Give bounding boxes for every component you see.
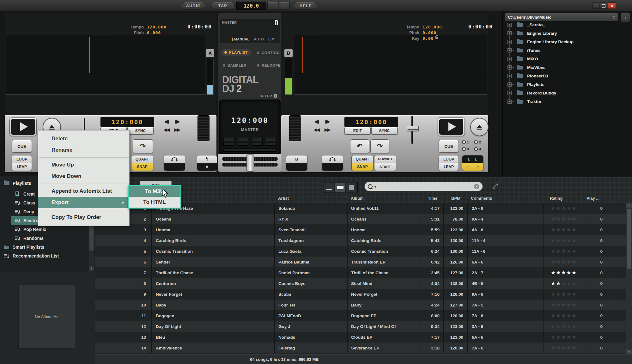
star-icon[interactable]: ★ (551, 259, 556, 265)
hotcue-pad[interactable]: 4 (474, 147, 486, 151)
search-input[interactable] (378, 184, 473, 189)
star-icon[interactable]: ★ (562, 238, 567, 243)
table-scrollbar[interactable]: ▲ ▼ (626, 203, 632, 355)
expand-icon[interactable]: + (507, 40, 512, 44)
tab-control[interactable]: CONTROL (257, 51, 281, 55)
seek-back-button[interactable]: ◀◀ (311, 125, 322, 134)
playlists-root[interactable]: Playlists (4, 181, 31, 186)
playlist-item[interactable]: Randoms (0, 234, 89, 243)
star-icon[interactable]: ★ (551, 345, 556, 351)
close-button[interactable]: ✕ (608, 3, 616, 9)
star-icon[interactable]: ★ (551, 302, 556, 308)
minimize-button[interactable] (592, 3, 599, 9)
folder-item[interactable]: + MixVibes (503, 63, 632, 72)
deck-b-edit-button[interactable]: EDIT (344, 127, 371, 135)
expand-icon[interactable]: + (507, 82, 512, 87)
star-icon[interactable]: ★ (572, 227, 577, 233)
star-icon[interactable]: ★ (562, 324, 567, 329)
star-icon[interactable]: ★ (572, 324, 577, 329)
star-icon[interactable]: ★ (551, 313, 556, 318)
star-icon[interactable]: ★ (562, 205, 567, 211)
deck-a-volume-fader[interactable] (198, 115, 210, 141)
deck-b-eject-button[interactable] (470, 118, 489, 136)
seek-forward-button[interactable]: ▶▶ (322, 125, 333, 134)
folder-item[interactable]: + Playlists (503, 80, 632, 89)
star-icon[interactable]: ★ (567, 205, 572, 211)
star-icon[interactable]: ★ (567, 334, 572, 340)
deck-b-play-button[interactable] (438, 117, 465, 136)
star-icon[interactable]: ★ (556, 259, 561, 265)
star-icon[interactable]: ★ (562, 345, 567, 351)
star-icon[interactable]: ★ (551, 248, 556, 254)
crossfader-handle[interactable] (246, 155, 254, 172)
audio-button[interactable]: AUDIO (182, 2, 205, 10)
master-volume-handle[interactable] (275, 20, 278, 25)
star-icon[interactable]: ★ (556, 291, 561, 297)
star-icon[interactable]: ★ (556, 345, 561, 351)
star-icon[interactable]: ★ (572, 281, 577, 286)
deck-b-waveform[interactable] (295, 35, 487, 94)
folder-item[interactable]: + _Serato_ (503, 21, 632, 29)
maximize-browser-button[interactable] (492, 183, 499, 190)
star-icon[interactable]: ★ (551, 227, 556, 233)
track-row[interactable]: 11 Bogogan PALMFooD Bogogan EP 8:00 120.… (95, 310, 632, 321)
deck-a-loop-leap-button[interactable]: LOOP LEAP (12, 155, 32, 171)
star-icon[interactable]: ★ (572, 334, 577, 340)
star-icon[interactable]: ★ (567, 227, 572, 233)
star-icon[interactable]: ★ (567, 313, 572, 318)
tap-button[interactable]: TAP (211, 2, 234, 10)
deck-a-headphone-button[interactable] (164, 155, 185, 171)
track-row[interactable]: 4 Catching Birds Trashlagoon Catching Bi… (95, 235, 632, 246)
menu-item[interactable]: Move Down ► (38, 171, 129, 182)
star-icon[interactable]: ★ (572, 216, 577, 222)
star-icon[interactable]: ★ (572, 205, 577, 211)
expand-icon[interactable]: + (507, 100, 512, 104)
deck-a-waveform[interactable] (6, 35, 205, 94)
deck-b-pitch-handle[interactable] (407, 126, 419, 131)
track-row[interactable]: 5 Cosmic Transition Luca Gaeta Cosmic Tr… (95, 246, 632, 257)
track-row[interactable]: 8 Centurion Cosmic Boys Steal Mind 4:04 … (95, 278, 632, 289)
expand-icon[interactable]: + (507, 48, 512, 52)
star-icon[interactable]: ★ (562, 291, 567, 297)
star-icon[interactable]: ★ (556, 281, 561, 286)
star-icon[interactable]: ★ (572, 248, 577, 254)
folder-item[interactable]: + MIXO (503, 55, 632, 63)
star-icon[interactable]: ★ (572, 345, 577, 351)
star-icon[interactable]: ★ (551, 334, 556, 340)
header-play-count[interactable]: Play ... (585, 196, 608, 201)
star-icon[interactable]: ★ (556, 270, 561, 276)
bpm-decrease-button[interactable]: − (267, 2, 278, 10)
star-icon[interactable]: ★ (551, 270, 556, 276)
star-icon[interactable]: ★ (562, 216, 567, 222)
view-list-button[interactable] (324, 183, 334, 192)
scroll-down-icon[interactable]: ▼ (89, 266, 94, 271)
star-icon[interactable]: ★ (562, 270, 567, 276)
star-icon[interactable]: ★ (551, 281, 556, 286)
playlist-item[interactable]: Pop Remix (0, 225, 89, 234)
deck-a-play-button[interactable] (9, 117, 37, 136)
folder-item[interactable]: + Rekord Buddy (503, 89, 632, 97)
star-icon[interactable]: ★ (551, 205, 556, 211)
star-icon[interactable]: ★ (567, 270, 572, 276)
loop-half-button[interactable]: − (466, 164, 469, 169)
search-bar[interactable]: ▼ ✕ (364, 182, 483, 191)
help-button[interactable]: HELP (294, 2, 317, 10)
star-icon[interactable]: ★ (567, 345, 572, 351)
menu-item[interactable]: Move Up ► (38, 159, 129, 171)
header-rating[interactable]: Rating (544, 196, 585, 201)
star-icon[interactable]: ★ (567, 281, 572, 286)
table-scrollbar-thumb[interactable] (627, 209, 631, 269)
hotcue-pad[interactable]: 1 (462, 140, 474, 144)
menu-item[interactable]: Copy To Play Order ► (38, 212, 129, 223)
star-icon[interactable]: ★ (562, 248, 567, 254)
star-icon[interactable]: ★ (556, 205, 561, 211)
frame-back-button[interactable]: ◀▮ (311, 117, 322, 125)
playlist-item[interactable]: Recommendation List (0, 252, 89, 260)
view-large-button[interactable] (346, 183, 356, 192)
star-icon[interactable]: ★ (551, 291, 556, 297)
star-icon[interactable]: ★ (567, 216, 572, 222)
star-icon[interactable]: ★ (567, 302, 572, 308)
star-icon[interactable]: ★ (556, 334, 561, 340)
star-icon[interactable]: ★ (556, 313, 561, 318)
track-row[interactable]: 9 Never Forget Scuba Never Forget 7:16 1… (95, 289, 632, 300)
